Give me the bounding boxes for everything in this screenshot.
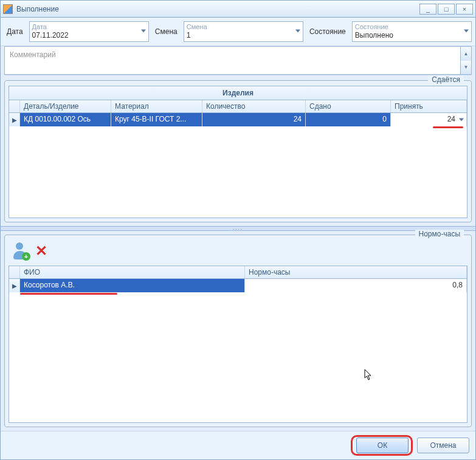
cell-accept-value: 24: [447, 115, 455, 123]
row-indicator-icon: ▶: [9, 113, 20, 126]
products-legend: Сдаётся: [428, 75, 464, 84]
state-value: Выполнено: [355, 31, 469, 40]
delete-button[interactable]: ✕: [35, 244, 47, 258]
hours-legend: Нормо-часы: [415, 230, 464, 238]
cell-hours[interactable]: 0,8: [245, 279, 467, 292]
products-title: Изделия: [9, 86, 467, 100]
chevron-down-icon: [464, 30, 469, 34]
date-field[interactable]: Дата 07.11.2022: [29, 21, 149, 42]
accept-highlight: [433, 126, 463, 128]
date-value: 07.11.2022: [32, 31, 146, 40]
filter-bar: Дата Дата 07.11.2022 Смена Смена 1 Состо…: [1, 18, 475, 46]
shift-label: Смена: [153, 21, 180, 42]
cell-accept[interactable]: 24: [391, 113, 467, 126]
cancel-button[interactable]: Отмена: [417, 438, 469, 453]
col-done[interactable]: Сдано: [306, 100, 391, 112]
titlebar: Выполнение _ □ ×: [1, 1, 475, 18]
products-empty-area: [9, 126, 467, 218]
products-header-row: Деталь/Изделие Материал Количество Сдано…: [9, 100, 467, 113]
state-top-label: Состояние: [355, 23, 469, 31]
hours-toolbar: + ✕: [9, 240, 467, 266]
footer: ОК Отмена: [1, 431, 475, 459]
chevron-down-icon: [141, 30, 146, 34]
row-indicator-header: [9, 266, 20, 278]
close-button[interactable]: ×: [456, 4, 473, 15]
row-indicator-icon: ▶: [9, 279, 20, 292]
shift-field[interactable]: Смена 1: [184, 21, 303, 42]
row-indicator-header: [9, 100, 20, 112]
cell-fio: Косоротов А.В.: [20, 279, 245, 292]
products-group: Сдаётся Изделия Деталь/Изделие Материал …: [4, 80, 472, 222]
col-fio[interactable]: ФИО: [20, 266, 245, 278]
comment-scrollbar[interactable]: ▲ ▼: [461, 46, 472, 75]
minimize-button[interactable]: _: [419, 4, 436, 15]
cell-qty: 24: [202, 113, 306, 126]
comment-input[interactable]: Комментарий: [4, 46, 461, 75]
col-qty[interactable]: Количество: [202, 100, 306, 112]
products-table: Изделия Деталь/Изделие Материал Количест…: [9, 86, 467, 218]
hours-empty-area: [9, 292, 467, 422]
scroll-down-icon[interactable]: ▼: [461, 61, 471, 75]
shift-value: 1: [187, 31, 300, 40]
date-label: Дата: [4, 21, 26, 42]
state-field[interactable]: Состояние Выполнено: [352, 21, 472, 42]
fio-highlight: [20, 293, 117, 295]
comment-row: Комментарий ▲ ▼: [4, 46, 472, 75]
window-title: Выполнение: [16, 5, 59, 13]
products-row[interactable]: ▶ КД 0010.00.002 Ось Круг 45-В-II ГОСТ 2…: [9, 113, 467, 126]
hours-table: ФИО Нормо-часы ▶ Косоротов А.В. 0,8: [9, 266, 467, 423]
col-part[interactable]: Деталь/Изделие: [20, 100, 111, 112]
chevron-down-icon: [295, 30, 300, 34]
hours-group: Нормо-часы + ✕ ФИО Нормо-часы ▶ Косорото…: [4, 235, 472, 427]
cell-done: 0: [306, 113, 391, 126]
hours-row[interactable]: ▶ Косоротов А.В. 0,8: [9, 279, 467, 292]
ok-button[interactable]: ОК: [356, 438, 409, 453]
hours-header-row: ФИО Нормо-часы: [9, 266, 467, 279]
col-material[interactable]: Материал: [111, 100, 202, 112]
cell-part: КД 0010.00.002 Ось: [20, 113, 111, 126]
shift-top-label: Смена: [187, 23, 300, 31]
col-accept[interactable]: Принять: [391, 100, 467, 112]
maximize-button[interactable]: □: [438, 4, 455, 15]
splitter[interactable]: ····: [1, 226, 475, 231]
date-top-label: Дата: [32, 23, 146, 31]
col-hours[interactable]: Нормо-часы: [245, 266, 467, 278]
state-label: Состояние: [307, 21, 348, 42]
add-user-button[interactable]: +: [12, 242, 29, 259]
cell-material: Круг 45-В-II ГОСТ 2...: [111, 113, 202, 126]
app-icon: [3, 4, 13, 14]
scroll-up-icon[interactable]: ▲: [461, 47, 471, 61]
chevron-down-icon: [459, 118, 464, 122]
